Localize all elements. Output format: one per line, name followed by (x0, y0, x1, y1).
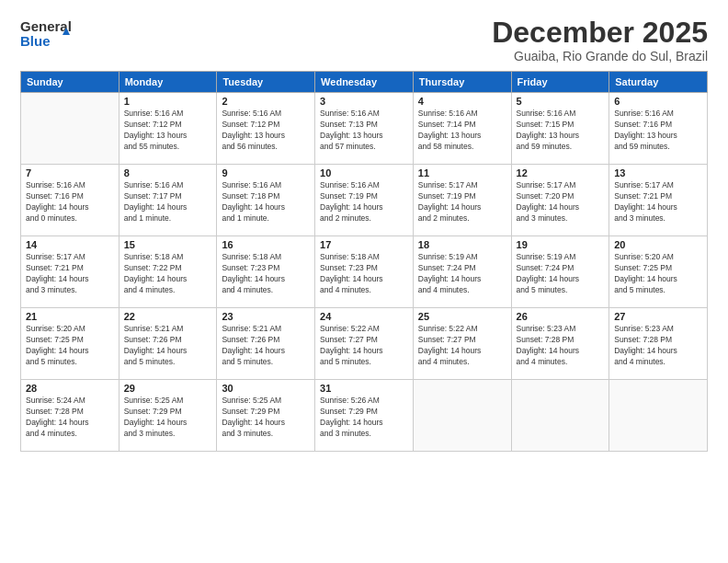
calendar-cell: 3Sunrise: 5:16 AMSunset: 7:13 PMDaylight… (315, 93, 414, 165)
day-info: Sunrise: 5:21 AMSunset: 7:26 PMDaylight:… (124, 324, 212, 368)
day-number: 24 (320, 311, 408, 322)
day-info: Sunrise: 5:17 AMSunset: 7:21 PMDaylight:… (26, 252, 114, 296)
day-number: 14 (26, 239, 114, 250)
svg-text:Blue: Blue (20, 33, 51, 49)
week-row-1: 1Sunrise: 5:16 AMSunset: 7:12 PMDaylight… (21, 93, 708, 165)
logo: GeneralBlue (20, 17, 75, 50)
day-info: Sunrise: 5:16 AMSunset: 7:15 PMDaylight:… (517, 109, 605, 153)
day-info: Sunrise: 5:25 AMSunset: 7:29 PMDaylight:… (222, 396, 310, 440)
day-info: Sunrise: 5:17 AMSunset: 7:20 PMDaylight:… (517, 180, 605, 224)
day-number: 10 (320, 167, 408, 178)
day-info: Sunrise: 5:18 AMSunset: 7:23 PMDaylight:… (320, 252, 408, 296)
day-number: 23 (222, 311, 310, 322)
day-info: Sunrise: 5:19 AMSunset: 7:24 PMDaylight:… (418, 252, 506, 296)
calendar-cell: 7Sunrise: 5:16 AMSunset: 7:16 PMDaylight… (21, 165, 119, 236)
day-number: 20 (614, 239, 702, 250)
day-info: Sunrise: 5:24 AMSunset: 7:28 PMDaylight:… (26, 396, 114, 440)
calendar-cell: 25Sunrise: 5:22 AMSunset: 7:27 PMDayligh… (413, 308, 511, 380)
col-thursday: Thursday (413, 72, 511, 93)
svg-text:General: General (20, 18, 72, 34)
header-row: Sunday Monday Tuesday Wednesday Thursday… (21, 72, 708, 93)
day-info: Sunrise: 5:16 AMSunset: 7:12 PMDaylight:… (124, 109, 212, 153)
calendar-cell: 12Sunrise: 5:17 AMSunset: 7:20 PMDayligh… (511, 165, 609, 236)
day-info: Sunrise: 5:19 AMSunset: 7:24 PMDaylight:… (517, 252, 605, 296)
week-row-3: 14Sunrise: 5:17 AMSunset: 7:21 PMDayligh… (21, 236, 708, 308)
day-info: Sunrise: 5:16 AMSunset: 7:19 PMDaylight:… (320, 180, 408, 224)
day-number: 27 (614, 311, 702, 322)
calendar-cell: 5Sunrise: 5:16 AMSunset: 7:15 PMDaylight… (511, 93, 609, 165)
calendar-cell: 19Sunrise: 5:19 AMSunset: 7:24 PMDayligh… (511, 236, 609, 308)
col-saturday: Saturday (609, 72, 708, 93)
day-info: Sunrise: 5:23 AMSunset: 7:28 PMDaylight:… (517, 324, 605, 368)
day-number: 5 (517, 96, 605, 107)
calendar-cell (21, 93, 119, 165)
calendar-cell: 21Sunrise: 5:20 AMSunset: 7:25 PMDayligh… (21, 308, 119, 380)
calendar-cell: 26Sunrise: 5:23 AMSunset: 7:28 PMDayligh… (511, 308, 609, 380)
day-info: Sunrise: 5:18 AMSunset: 7:23 PMDaylight:… (222, 252, 310, 296)
day-number: 18 (418, 239, 506, 250)
day-number: 9 (222, 167, 310, 178)
day-number: 8 (124, 167, 212, 178)
day-number: 22 (124, 311, 212, 322)
calendar-cell: 6Sunrise: 5:16 AMSunset: 7:16 PMDaylight… (609, 93, 708, 165)
calendar-cell: 1Sunrise: 5:16 AMSunset: 7:12 PMDaylight… (119, 93, 217, 165)
calendar-cell: 28Sunrise: 5:24 AMSunset: 7:28 PMDayligh… (21, 380, 119, 452)
calendar-cell (511, 380, 609, 452)
day-number: 1 (124, 96, 212, 107)
day-info: Sunrise: 5:16 AMSunset: 7:13 PMDaylight:… (320, 109, 408, 153)
day-number: 4 (418, 96, 506, 107)
day-info: Sunrise: 5:23 AMSunset: 7:28 PMDaylight:… (614, 324, 702, 368)
week-row-4: 21Sunrise: 5:20 AMSunset: 7:25 PMDayligh… (21, 308, 708, 380)
calendar-cell: 11Sunrise: 5:17 AMSunset: 7:19 PMDayligh… (413, 165, 511, 236)
calendar-cell: 9Sunrise: 5:16 AMSunset: 7:18 PMDaylight… (217, 165, 315, 236)
day-info: Sunrise: 5:16 AMSunset: 7:12 PMDaylight:… (222, 109, 310, 153)
header: GeneralBlue December 2025 Guaiba, Rio Gr… (20, 17, 708, 63)
col-friday: Friday (511, 72, 609, 93)
day-info: Sunrise: 5:17 AMSunset: 7:21 PMDaylight:… (614, 180, 702, 224)
calendar-cell: 23Sunrise: 5:21 AMSunset: 7:26 PMDayligh… (217, 308, 315, 380)
calendar-cell: 13Sunrise: 5:17 AMSunset: 7:21 PMDayligh… (609, 165, 708, 236)
calendar-cell: 16Sunrise: 5:18 AMSunset: 7:23 PMDayligh… (217, 236, 315, 308)
day-number: 25 (418, 311, 506, 322)
calendar-table: Sunday Monday Tuesday Wednesday Thursday… (20, 71, 708, 452)
title-block: December 2025 Guaiba, Rio Grande do Sul,… (492, 17, 708, 63)
day-info: Sunrise: 5:21 AMSunset: 7:26 PMDaylight:… (222, 324, 310, 368)
day-number: 12 (517, 167, 605, 178)
day-info: Sunrise: 5:22 AMSunset: 7:27 PMDaylight:… (320, 324, 408, 368)
calendar-cell: 15Sunrise: 5:18 AMSunset: 7:22 PMDayligh… (119, 236, 217, 308)
day-number: 31 (320, 383, 408, 394)
day-number: 3 (320, 96, 408, 107)
week-row-2: 7Sunrise: 5:16 AMSunset: 7:16 PMDaylight… (21, 165, 708, 236)
calendar-cell: 31Sunrise: 5:26 AMSunset: 7:29 PMDayligh… (315, 380, 414, 452)
day-info: Sunrise: 5:16 AMSunset: 7:16 PMDaylight:… (26, 180, 114, 224)
calendar-cell: 8Sunrise: 5:16 AMSunset: 7:17 PMDaylight… (119, 165, 217, 236)
col-wednesday: Wednesday (315, 72, 414, 93)
calendar-cell (609, 380, 708, 452)
day-number: 7 (26, 167, 114, 178)
calendar-cell (413, 380, 511, 452)
calendar-cell: 27Sunrise: 5:23 AMSunset: 7:28 PMDayligh… (609, 308, 708, 380)
day-number: 17 (320, 239, 408, 250)
calendar-cell: 10Sunrise: 5:16 AMSunset: 7:19 PMDayligh… (315, 165, 414, 236)
col-sunday: Sunday (21, 72, 119, 93)
day-info: Sunrise: 5:16 AMSunset: 7:16 PMDaylight:… (614, 109, 702, 153)
day-info: Sunrise: 5:25 AMSunset: 7:29 PMDaylight:… (124, 396, 212, 440)
day-number: 16 (222, 239, 310, 250)
month-title: December 2025 (492, 17, 708, 49)
day-number: 30 (222, 383, 310, 394)
day-number: 26 (517, 311, 605, 322)
col-monday: Monday (119, 72, 217, 93)
day-info: Sunrise: 5:20 AMSunset: 7:25 PMDaylight:… (26, 324, 114, 368)
calendar-cell: 17Sunrise: 5:18 AMSunset: 7:23 PMDayligh… (315, 236, 414, 308)
day-info: Sunrise: 5:22 AMSunset: 7:27 PMDaylight:… (418, 324, 506, 368)
logo-svg: GeneralBlue (20, 17, 75, 50)
day-number: 11 (418, 167, 506, 178)
day-info: Sunrise: 5:26 AMSunset: 7:29 PMDaylight:… (320, 396, 408, 440)
day-info: Sunrise: 5:16 AMSunset: 7:18 PMDaylight:… (222, 180, 310, 224)
day-info: Sunrise: 5:16 AMSunset: 7:17 PMDaylight:… (124, 180, 212, 224)
location: Guaiba, Rio Grande do Sul, Brazil (492, 49, 708, 63)
calendar-cell: 20Sunrise: 5:20 AMSunset: 7:25 PMDayligh… (609, 236, 708, 308)
day-number: 29 (124, 383, 212, 394)
calendar-cell: 18Sunrise: 5:19 AMSunset: 7:24 PMDayligh… (413, 236, 511, 308)
day-number: 13 (614, 167, 702, 178)
